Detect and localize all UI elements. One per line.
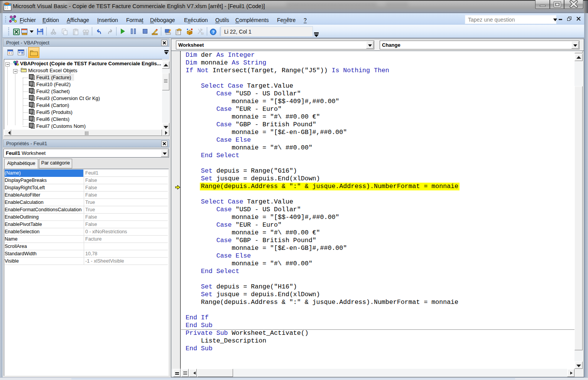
svg-text:?: ? [212,30,215,34]
